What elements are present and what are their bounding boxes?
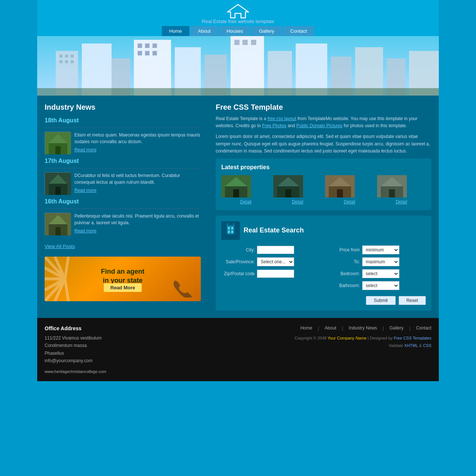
news-date-2: 17th August xyxy=(45,158,201,164)
price-from-row: Price from minimum 100000 200000 300000 xyxy=(327,245,426,254)
nav-houses[interactable]: Houses xyxy=(219,26,250,36)
state-row: Sate/Province: Select one... California … xyxy=(221,257,321,266)
state-select[interactable]: Select one... California Texas New York xyxy=(257,257,294,266)
zip-input[interactable] xyxy=(257,270,294,278)
svg-line-47 xyxy=(45,279,65,301)
latest-props-title: Latest properties xyxy=(221,164,426,171)
news-text-2: DCurabitur id felis id velit luctus ferm… xyxy=(74,172,201,194)
svg-rect-22 xyxy=(242,40,248,45)
agent-read-more[interactable]: Read More xyxy=(104,283,142,292)
header: Real Estate free website template Home A… xyxy=(37,0,439,36)
bedroom-select[interactable]: select 1 2 3 xyxy=(362,269,399,278)
svg-rect-11 xyxy=(134,40,171,96)
svg-marker-0 xyxy=(228,4,248,18)
property-thumb-2 xyxy=(273,175,303,197)
property-item-1: Detail xyxy=(221,175,270,205)
footer-nav-contact[interactable]: Contact xyxy=(416,325,431,331)
city-label: City: xyxy=(221,247,255,253)
property-detail-2[interactable]: Detail xyxy=(292,199,303,205)
city-input[interactable] xyxy=(257,246,294,254)
news-item-2: DCurabitur id felis id velit luctus ferm… xyxy=(45,172,201,194)
main-nav: Home About Houses Gallery Contact xyxy=(37,24,439,36)
bathroom-label: Bathroom: xyxy=(327,283,360,288)
svg-line-43 xyxy=(45,257,65,279)
property-item-2: Detail xyxy=(273,175,322,205)
search-form: City: Price from minimum 100000 200000 3… xyxy=(221,245,426,305)
website: www.heritagechristiancollege.com xyxy=(45,369,156,374)
property-detail-4[interactable]: Detail xyxy=(396,199,407,205)
svg-rect-70 xyxy=(231,227,233,229)
property-thumb-4 xyxy=(377,175,407,197)
link-photos[interactable]: Free Photos xyxy=(262,123,286,128)
price-to-label: To: xyxy=(327,259,360,264)
css-link[interactable]: CSS xyxy=(423,343,431,348)
property-detail-1[interactable]: Detail xyxy=(240,199,251,205)
property-detail-3[interactable]: Detail xyxy=(344,199,355,205)
free-css-para1: Real Estate Template is a free css layou… xyxy=(216,115,431,129)
link-pdp[interactable]: Public Domain Pictures xyxy=(296,123,342,128)
footer-nav-about[interactable]: About xyxy=(325,325,336,331)
nav-about[interactable]: About xyxy=(190,26,218,36)
svg-rect-73 xyxy=(228,223,233,225)
hero-banner xyxy=(37,36,439,96)
news-text-1: Etiam et metus quam. Maecenas egestas ip… xyxy=(74,132,201,154)
bathroom-select[interactable]: select 1 2 3 xyxy=(362,281,399,290)
svg-rect-72 xyxy=(231,231,233,233)
designer-link[interactable]: Free CSS Templates xyxy=(394,336,431,340)
svg-rect-14 xyxy=(152,44,157,48)
property-thumb-1 xyxy=(221,175,251,197)
footer-nav-home[interactable]: Home xyxy=(300,325,312,331)
read-more-3[interactable]: Read more xyxy=(74,228,201,234)
reset-button[interactable]: Reset xyxy=(399,296,426,305)
property-thumb-3 xyxy=(325,175,355,197)
footer-nav-industry-news[interactable]: Industry News xyxy=(349,325,377,331)
svg-line-51 xyxy=(65,279,68,301)
price-from-select[interactable]: minimum 100000 200000 300000 xyxy=(362,245,399,254)
svg-rect-21 xyxy=(234,40,239,45)
news-item-1: Etiam et metus quam. Maecenas egestas ip… xyxy=(45,132,201,154)
view-all-posts[interactable]: View All Posts xyxy=(45,244,75,249)
company-link[interactable]: Your Company Name xyxy=(328,336,367,340)
main-content: Industry News 18th August Etiam et metus… xyxy=(37,96,439,318)
price-to-row: To: maximum 200000 500000 xyxy=(327,257,426,266)
search-title: Real Estate Search xyxy=(244,226,304,234)
hero-skyline xyxy=(37,36,439,96)
svg-rect-38 xyxy=(55,187,61,195)
state-label: Sate/Province: xyxy=(221,259,255,264)
news-thumb-3 xyxy=(45,213,71,235)
divider-1 xyxy=(45,128,201,128)
zip-label: Zip/Postal code xyxy=(221,271,255,276)
logo: Real Estate free website template xyxy=(37,4,439,24)
nav-home[interactable]: Home xyxy=(162,26,190,36)
svg-rect-63 xyxy=(337,189,343,197)
submit-button[interactable]: Submit xyxy=(366,296,395,305)
zip-row: Zip/Postal code xyxy=(221,269,321,278)
search-header: Real Estate Search xyxy=(221,221,426,240)
price-to-select[interactable]: maximum 200000 500000 xyxy=(362,257,399,266)
svg-rect-23 xyxy=(251,40,256,45)
svg-rect-67 xyxy=(389,189,395,197)
news-date-1: 18th August xyxy=(45,117,201,124)
svg-rect-71 xyxy=(228,231,230,233)
properties-grid: Detail Detail Detail xyxy=(221,175,426,205)
free-css-title: Free CSS Template xyxy=(216,103,431,112)
nav-gallery[interactable]: Gallery xyxy=(251,26,282,36)
link-css-layout[interactable]: free css layout xyxy=(267,116,296,121)
form-buttons: Submit Reset xyxy=(221,296,426,305)
industry-news-title: Industry News xyxy=(45,103,201,112)
real-estate-search: Real Estate Search City: Price from mini… xyxy=(216,216,431,311)
read-more-2[interactable]: Read more xyxy=(74,187,201,194)
news-thumb-2 xyxy=(45,172,71,194)
svg-rect-17 xyxy=(152,51,157,55)
svg-rect-7 xyxy=(65,60,68,63)
nav-contact[interactable]: Contact xyxy=(283,26,315,36)
footer-right: Home | About | Industry News | Gallery |… xyxy=(156,325,431,374)
svg-rect-34 xyxy=(55,146,61,154)
svg-rect-6 xyxy=(60,60,62,63)
footer-nav-gallery[interactable]: Gallery xyxy=(389,325,403,331)
office-title: Office Address xyxy=(45,325,156,331)
read-more-1[interactable]: Read more xyxy=(74,147,201,153)
xhtml-link[interactable]: XHTML xyxy=(404,343,418,348)
right-column: Free CSS Template Real Estate Template i… xyxy=(208,96,439,318)
svg-rect-55 xyxy=(233,189,239,197)
